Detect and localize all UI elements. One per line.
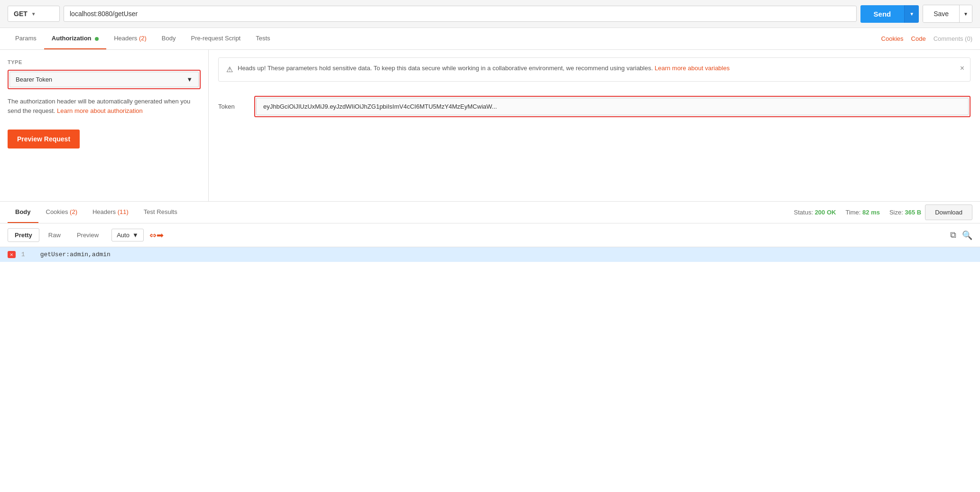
- type-select-value: Bearer Token: [16, 76, 52, 83]
- download-button[interactable]: Download: [925, 204, 972, 220]
- cookies-link[interactable]: Cookies: [881, 35, 904, 42]
- auth-panel: TYPE Bearer Token ▼ The authorization he…: [0, 50, 980, 202]
- headers-count: (2): [139, 35, 147, 42]
- resp-tab-body[interactable]: Body: [8, 202, 38, 223]
- resp-tab-test-results[interactable]: Test Results: [136, 202, 185, 223]
- method-select[interactable]: GET ▼: [8, 6, 60, 22]
- time-label: Time: 82 ms: [845, 209, 880, 216]
- tab-params[interactable]: Params: [8, 28, 44, 49]
- error-badge: ✕: [8, 251, 16, 258]
- copy-icon[interactable]: ⧉: [950, 230, 956, 240]
- save-dropdown-button[interactable]: ▼: [959, 5, 972, 22]
- format-tab-raw[interactable]: Raw: [41, 228, 68, 242]
- method-chevron: ▼: [31, 11, 36, 17]
- send-btn-group: Send ▼: [860, 5, 919, 23]
- resp-headers-count: (11): [118, 208, 129, 215]
- alert-text: Heads up! These parameters hold sensitiv…: [238, 64, 730, 73]
- method-label: GET: [14, 10, 28, 18]
- type-select-chevron: ▼: [186, 76, 193, 83]
- line-number: 1: [21, 251, 31, 258]
- lang-select[interactable]: Auto ▼: [111, 229, 144, 241]
- auth-left-panel: TYPE Bearer Token ▼ The authorization he…: [0, 50, 209, 201]
- search-icon[interactable]: 🔍: [962, 230, 972, 241]
- token-label: Token: [218, 103, 247, 110]
- url-input[interactable]: [64, 6, 857, 22]
- resp-toolbar-right: ⧉ 🔍: [950, 230, 972, 241]
- req-tabs-right: Cookies Code Comments (0): [881, 35, 972, 42]
- auth-type-label: TYPE: [8, 59, 201, 65]
- resp-tab-cookies[interactable]: Cookies (2): [38, 202, 85, 223]
- response-tabs-right: Status: 200 OK Time: 82 ms Size: 365 B D…: [794, 204, 972, 220]
- request-tabs: Params Authorization Headers (2) Body Pr…: [0, 28, 980, 50]
- token-row: Token: [218, 96, 971, 117]
- alert-box: ⚠ Heads up! These parameters hold sensit…: [218, 57, 971, 82]
- size-label: Size: 365 B: [889, 209, 921, 216]
- tab-body[interactable]: Body: [154, 28, 184, 49]
- tab-authorization[interactable]: Authorization: [44, 28, 106, 49]
- type-select-wrapper: Bearer Token ▼: [8, 70, 201, 89]
- status-label: Status: 200 OK: [794, 209, 836, 216]
- send-dropdown-button[interactable]: ▼: [904, 5, 919, 23]
- alert-link[interactable]: Learn more about variables: [655, 65, 730, 72]
- lang-select-value: Auto: [117, 232, 129, 239]
- token-input[interactable]: [256, 98, 969, 115]
- code-area: ✕ 1 getUser:admin,admin: [0, 247, 980, 262]
- wrap-icon[interactable]: ⇔➡: [149, 230, 164, 241]
- save-btn-group: Save ▼: [923, 5, 972, 23]
- auth-description: The authorization header will be automat…: [8, 97, 201, 115]
- top-bar: GET ▼ Send ▼ Save ▼: [0, 0, 980, 28]
- token-input-wrapper: [254, 96, 971, 117]
- tab-headers[interactable]: Headers (2): [106, 28, 154, 49]
- tab-tests[interactable]: Tests: [248, 28, 277, 49]
- resp-cookies-count: (2): [70, 208, 77, 215]
- status-value: 200 OK: [815, 209, 836, 216]
- time-value: 82 ms: [862, 209, 880, 216]
- auth-active-dot: [95, 37, 99, 41]
- auth-description-link[interactable]: Learn more about authorization: [57, 107, 143, 114]
- response-tabs: Body Cookies (2) Headers (11) Test Resul…: [0, 202, 980, 223]
- send-button[interactable]: Send: [860, 5, 905, 23]
- alert-close-button[interactable]: ×: [960, 63, 964, 74]
- alert-icon: ⚠: [226, 64, 233, 75]
- auth-right-panel: ⚠ Heads up! These parameters hold sensit…: [209, 50, 980, 201]
- tab-pre-request[interactable]: Pre-request Script: [183, 28, 248, 49]
- code-link[interactable]: Code: [911, 35, 926, 42]
- resp-tab-headers[interactable]: Headers (11): [85, 202, 136, 223]
- type-select[interactable]: Bearer Token ▼: [9, 72, 199, 87]
- size-value: 365 B: [905, 209, 921, 216]
- preview-request-button[interactable]: Preview Request: [8, 130, 80, 149]
- status-info: Status: 200 OK Time: 82 ms Size: 365 B: [794, 209, 922, 216]
- resp-body-toolbar: Pretty Raw Preview Auto ▼ ⇔➡ ⧉ 🔍: [0, 223, 980, 247]
- lang-chevron: ▼: [132, 232, 139, 239]
- format-tab-preview[interactable]: Preview: [70, 228, 106, 242]
- code-line-1: ✕ 1 getUser:admin,admin: [0, 247, 980, 262]
- code-content: getUser:admin,admin: [40, 251, 111, 258]
- format-tab-pretty[interactable]: Pretty: [8, 228, 39, 242]
- save-button[interactable]: Save: [923, 5, 959, 22]
- comments-link[interactable]: Comments (0): [934, 35, 972, 42]
